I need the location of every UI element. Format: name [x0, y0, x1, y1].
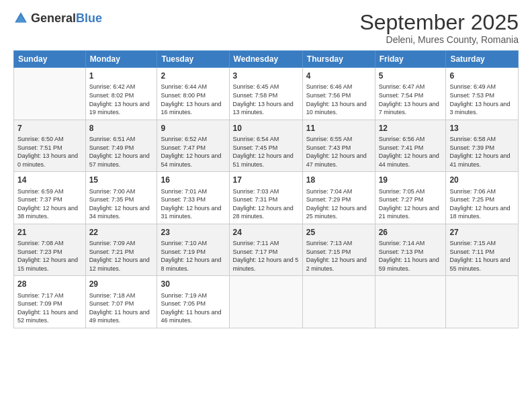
- table-row: 19Sunrise: 7:05 AMSunset: 7:27 PMDayligh…: [375, 172, 446, 224]
- page-header: GeneralBlue September 2025 Deleni, Mures…: [13, 11, 519, 45]
- day-info: Sunrise: 7:15 AMSunset: 7:11 PMDaylight:…: [449, 239, 515, 273]
- day-info: Sunrise: 7:13 AMSunset: 7:15 PMDaylight:…: [306, 239, 371, 273]
- day-number: 16: [161, 175, 225, 185]
- day-info: Sunrise: 7:14 AMSunset: 7:13 PMDaylight:…: [379, 239, 443, 273]
- table-row: 7Sunrise: 6:50 AMSunset: 7:51 PMDaylight…: [14, 120, 86, 172]
- table-row: 6Sunrise: 6:49 AMSunset: 7:53 PMDaylight…: [446, 68, 519, 120]
- day-number: 25: [306, 227, 371, 238]
- day-number: 8: [89, 123, 154, 134]
- table-row: 10Sunrise: 6:54 AMSunset: 7:45 PMDayligh…: [229, 120, 302, 172]
- logo-text: GeneralBlue: [31, 11, 102, 26]
- table-row: 5Sunrise: 6:47 AMSunset: 7:54 PMDaylight…: [375, 68, 446, 120]
- day-number: 23: [161, 227, 225, 238]
- day-number: 19: [379, 175, 443, 185]
- day-number: 4: [306, 71, 371, 81]
- calendar-week-row: 1Sunrise: 6:42 AMSunset: 8:02 PMDaylight…: [14, 68, 519, 120]
- day-info: Sunrise: 7:00 AMSunset: 7:35 PMDaylight:…: [89, 187, 154, 221]
- table-row: 13Sunrise: 6:58 AMSunset: 7:39 PMDayligh…: [446, 120, 519, 172]
- table-row: 18Sunrise: 7:04 AMSunset: 7:29 PMDayligh…: [302, 172, 375, 224]
- calendar-week-row: 28Sunrise: 7:17 AMSunset: 7:09 PMDayligh…: [14, 276, 519, 328]
- logo-icon: [13, 11, 28, 26]
- logo: GeneralBlue: [13, 11, 102, 26]
- table-row: 8Sunrise: 6:51 AMSunset: 7:49 PMDaylight…: [85, 120, 157, 172]
- table-row: 3Sunrise: 6:45 AMSunset: 7:58 PMDaylight…: [229, 68, 302, 120]
- calendar-week-row: 7Sunrise: 6:50 AMSunset: 7:51 PMDaylight…: [14, 120, 519, 172]
- day-number: 14: [17, 175, 82, 185]
- day-info: Sunrise: 6:55 AMSunset: 7:43 PMDaylight:…: [306, 135, 371, 169]
- day-number: 3: [233, 71, 299, 81]
- table-row: 24Sunrise: 7:11 AMSunset: 7:17 PMDayligh…: [229, 224, 302, 276]
- day-number: 1: [89, 71, 154, 81]
- table-row: 11Sunrise: 6:55 AMSunset: 7:43 PMDayligh…: [302, 120, 375, 172]
- header-wednesday: Wednesday: [229, 51, 302, 68]
- day-info: Sunrise: 7:10 AMSunset: 7:19 PMDaylight:…: [161, 239, 225, 273]
- day-info: Sunrise: 7:11 AMSunset: 7:17 PMDaylight:…: [233, 239, 299, 273]
- day-number: 26: [379, 227, 443, 238]
- table-row: 4Sunrise: 6:46 AMSunset: 7:56 PMDaylight…: [302, 68, 375, 120]
- day-number: 9: [161, 123, 225, 134]
- day-number: 7: [17, 123, 82, 134]
- table-row: 22Sunrise: 7:09 AMSunset: 7:21 PMDayligh…: [85, 224, 157, 276]
- day-number: 18: [306, 175, 371, 185]
- table-row: [446, 276, 519, 328]
- day-number: 29: [89, 279, 154, 289]
- day-number: 22: [89, 227, 154, 238]
- day-number: 10: [233, 123, 299, 134]
- day-info: Sunrise: 6:52 AMSunset: 7:47 PMDaylight:…: [161, 135, 225, 169]
- day-info: Sunrise: 6:45 AMSunset: 7:58 PMDaylight:…: [233, 83, 299, 116]
- day-info: Sunrise: 6:42 AMSunset: 8:02 PMDaylight:…: [89, 83, 154, 116]
- table-row: 29Sunrise: 7:18 AMSunset: 7:07 PMDayligh…: [85, 276, 157, 328]
- header-sunday: Sunday: [14, 51, 86, 68]
- day-number: 28: [17, 279, 82, 289]
- table-row: 25Sunrise: 7:13 AMSunset: 7:15 PMDayligh…: [302, 224, 375, 276]
- day-info: Sunrise: 6:50 AMSunset: 7:51 PMDaylight:…: [17, 135, 82, 169]
- day-number: 20: [449, 175, 515, 185]
- day-number: 30: [161, 279, 225, 289]
- day-info: Sunrise: 6:44 AMSunset: 8:00 PMDaylight:…: [161, 83, 225, 116]
- day-info: Sunrise: 7:17 AMSunset: 7:09 PMDaylight:…: [17, 291, 82, 325]
- main-title: September 2025: [359, 11, 519, 34]
- table-row: [14, 68, 86, 120]
- header-monday: Monday: [85, 51, 157, 68]
- table-row: 1Sunrise: 6:42 AMSunset: 8:02 PMDaylight…: [85, 68, 157, 120]
- table-row: [375, 276, 446, 328]
- subtitle: Deleni, Mures County, Romania: [359, 34, 519, 45]
- day-info: Sunrise: 7:04 AMSunset: 7:29 PMDaylight:…: [306, 187, 371, 221]
- day-info: Sunrise: 6:59 AMSunset: 7:37 PMDaylight:…: [17, 187, 82, 221]
- table-row: 21Sunrise: 7:08 AMSunset: 7:23 PMDayligh…: [14, 224, 86, 276]
- day-number: 6: [449, 71, 515, 81]
- day-number: 11: [306, 123, 371, 134]
- calendar-table: Sunday Monday Tuesday Wednesday Thursday…: [13, 50, 519, 328]
- calendar-week-row: 21Sunrise: 7:08 AMSunset: 7:23 PMDayligh…: [14, 224, 519, 276]
- day-number: 5: [379, 71, 443, 81]
- day-info: Sunrise: 6:51 AMSunset: 7:49 PMDaylight:…: [89, 135, 154, 169]
- day-info: Sunrise: 6:56 AMSunset: 7:41 PMDaylight:…: [379, 135, 443, 169]
- table-row: 16Sunrise: 7:01 AMSunset: 7:33 PMDayligh…: [157, 172, 229, 224]
- header-thursday: Thursday: [302, 51, 375, 68]
- table-row: 15Sunrise: 7:00 AMSunset: 7:35 PMDayligh…: [85, 172, 157, 224]
- day-info: Sunrise: 6:54 AMSunset: 7:45 PMDaylight:…: [233, 135, 299, 169]
- day-info: Sunrise: 7:05 AMSunset: 7:27 PMDaylight:…: [379, 187, 443, 221]
- table-row: 26Sunrise: 7:14 AMSunset: 7:13 PMDayligh…: [375, 224, 446, 276]
- table-row: [302, 276, 375, 328]
- calendar-week-row: 14Sunrise: 6:59 AMSunset: 7:37 PMDayligh…: [14, 172, 519, 224]
- day-info: Sunrise: 6:46 AMSunset: 7:56 PMDaylight:…: [306, 83, 371, 116]
- day-number: 2: [161, 71, 225, 81]
- day-info: Sunrise: 7:08 AMSunset: 7:23 PMDaylight:…: [17, 239, 82, 273]
- table-row: 23Sunrise: 7:10 AMSunset: 7:19 PMDayligh…: [157, 224, 229, 276]
- day-number: 17: [233, 175, 299, 185]
- day-info: Sunrise: 6:47 AMSunset: 7:54 PMDaylight:…: [379, 83, 443, 116]
- day-number: 15: [89, 175, 154, 185]
- table-row: 2Sunrise: 6:44 AMSunset: 8:00 PMDaylight…: [157, 68, 229, 120]
- day-number: 13: [449, 123, 515, 134]
- table-row: 30Sunrise: 7:19 AMSunset: 7:05 PMDayligh…: [157, 276, 229, 328]
- day-info: Sunrise: 7:18 AMSunset: 7:07 PMDaylight:…: [89, 291, 154, 325]
- table-row: [229, 276, 302, 328]
- table-row: 12Sunrise: 6:56 AMSunset: 7:41 PMDayligh…: [375, 120, 446, 172]
- day-number: 24: [233, 227, 299, 238]
- logo-general: General: [31, 11, 76, 25]
- day-number: 12: [379, 123, 443, 134]
- table-row: 28Sunrise: 7:17 AMSunset: 7:09 PMDayligh…: [14, 276, 86, 328]
- header-saturday: Saturday: [446, 51, 519, 68]
- header-friday: Friday: [375, 51, 446, 68]
